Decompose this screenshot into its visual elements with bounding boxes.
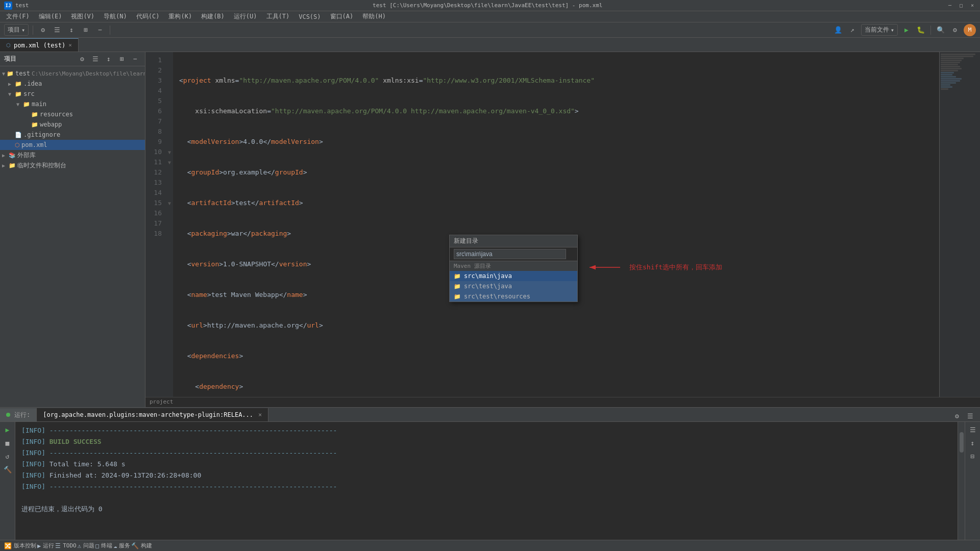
stop-btn[interactable]: ■ xyxy=(2,437,13,448)
panel-close[interactable]: − xyxy=(130,54,141,65)
fold-10[interactable]: ▼ xyxy=(166,147,173,157)
fold-15[interactable]: ▼ xyxy=(166,198,173,208)
menu-file[interactable]: 文件(F) xyxy=(2,11,34,22)
tree-external-libs[interactable]: ▶ 📚 外部库 xyxy=(0,150,145,160)
toolbar-search-btn[interactable]: 🔍 xyxy=(935,24,946,36)
run-status-btn[interactable]: ▶ 运行 xyxy=(37,542,54,549)
close-button[interactable]: × xyxy=(969,2,976,9)
fold-12[interactable] xyxy=(166,167,173,178)
menu-help[interactable]: 帮助(H) xyxy=(358,11,390,22)
bottom-layout-btn[interactable]: ☰ xyxy=(965,410,976,421)
autocomplete-input[interactable] xyxy=(454,249,566,259)
build-btn[interactable]: 🔨 构建 xyxy=(131,542,152,549)
maximize-button[interactable]: □ xyxy=(958,2,965,9)
run-process-tab[interactable]: [org.apache.maven.plugins:maven-archetyp… xyxy=(37,408,268,421)
panel-expand[interactable]: ⊞ xyxy=(116,54,128,65)
run-status-icon: ▶ xyxy=(37,542,41,549)
fold-13[interactable] xyxy=(166,178,173,188)
fold-8[interactable] xyxy=(166,127,173,137)
fold-5[interactable] xyxy=(166,96,173,106)
rerun-btn[interactable]: ↺ xyxy=(2,450,13,462)
toolbar-settings-btn[interactable]: ⚙ xyxy=(37,24,48,36)
fold-18[interactable] xyxy=(166,229,173,239)
tree-idea[interactable]: ▶ 📁 .idea xyxy=(0,79,145,89)
tab-label: pom.xml (test) xyxy=(14,42,65,49)
fold-14[interactable] xyxy=(166,188,173,198)
menu-edit[interactable]: 编辑(E) xyxy=(35,11,66,22)
fold-1[interactable] xyxy=(166,55,173,65)
autocomplete-item-1[interactable]: 📁 src\main\java xyxy=(450,271,577,281)
toolbar-vcs-btn[interactable]: ↗ xyxy=(847,24,858,36)
menu-window[interactable]: 窗口(A) xyxy=(326,11,358,22)
menu-view[interactable]: 视图(V) xyxy=(67,11,99,22)
right-icon-2[interactable]: ↕ xyxy=(967,437,978,448)
fold-3[interactable] xyxy=(166,76,173,86)
autocomplete-item-2[interactable]: 📁 src\test\java xyxy=(450,281,577,291)
editor-content[interactable]: 12345 678910 1112131415 161718 ▼ ▼ xyxy=(145,52,980,397)
code-editor[interactable]: <project xmlns="http://maven.apache.org/… xyxy=(173,52,939,397)
menu-tools[interactable]: 工具(T) xyxy=(262,11,294,22)
console-line-1: [INFO] ---------------------------------… xyxy=(21,425,951,436)
active-tab[interactable]: ⬡ pom.xml (test) × xyxy=(0,38,79,52)
run-config-dropdown[interactable]: 当前文件 ▾ xyxy=(861,24,898,36)
tree-main[interactable]: ▼ 📁 main xyxy=(0,99,145,109)
code-line-3: <modelVersion>4.0.0</modelVersion> xyxy=(179,137,933,147)
minimize-button[interactable]: ─ xyxy=(946,2,953,9)
fold-4[interactable] xyxy=(166,86,173,96)
fold-11[interactable]: ▼ xyxy=(166,157,173,167)
toolbar-btn-minus[interactable]: − xyxy=(94,24,106,36)
menu-build[interactable]: 构建(B) xyxy=(197,11,229,22)
fold-2[interactable] xyxy=(166,65,173,76)
bottom-tabs-right: ⚙ ☰ xyxy=(947,410,980,421)
toolbar-btn-4[interactable]: ⊞ xyxy=(80,24,91,36)
right-icon-1[interactable]: ☰ xyxy=(967,424,978,435)
fold-16[interactable] xyxy=(166,208,173,218)
tree-gitignore[interactable]: 📄 .gitignore xyxy=(0,130,145,140)
tree-scratch[interactable]: ▶ 📁 临时文件和控制台 xyxy=(0,160,145,170)
panel-settings[interactable]: ⚙ xyxy=(77,54,88,65)
console-scrollbar[interactable] xyxy=(958,422,965,540)
vcs-btn[interactable]: 🔀 版本控制 xyxy=(4,542,36,549)
bottom-settings-btn[interactable]: ⚙ xyxy=(951,410,963,421)
folder-icon-3: 📁 xyxy=(454,293,461,300)
toolbar-btn-3[interactable]: ↕ xyxy=(66,24,77,36)
menu-run[interactable]: 运行(U) xyxy=(230,11,261,22)
toolbar-user-btn[interactable]: 👤 xyxy=(832,24,844,36)
debug-button[interactable]: 🐛 xyxy=(915,24,926,36)
panel-layout[interactable]: ☰ xyxy=(90,54,101,65)
menu-vcs[interactable]: VCS(S) xyxy=(295,12,325,21)
pomxml-icon: ⬡ xyxy=(15,142,20,148)
fold-17[interactable] xyxy=(166,218,173,229)
run-btn[interactable]: ▶ xyxy=(2,424,13,435)
tree-resources[interactable]: 📁 resources xyxy=(0,109,145,119)
run-process-close[interactable]: × xyxy=(258,411,262,418)
panel-sort[interactable]: ↕ xyxy=(103,54,114,65)
terminal-btn[interactable]: □ 终端 xyxy=(95,542,112,549)
fold-6[interactable] xyxy=(166,106,173,116)
run-tab-label[interactable]: 运行: xyxy=(0,408,37,421)
tree-pomxml[interactable]: ⬡ pom.xml xyxy=(0,140,145,150)
issues-label: 问题 xyxy=(83,542,94,549)
toolbar-avatar[interactable]: M xyxy=(964,24,976,36)
menu-refactor[interactable]: 重构(K) xyxy=(164,11,196,22)
menu-navigate[interactable]: 导航(N) xyxy=(100,11,131,22)
build-run-btn[interactable]: 🔨 xyxy=(2,464,13,475)
tree-webapp[interactable]: 📁 webapp xyxy=(0,119,145,130)
issues-btn[interactable]: ⚠ 问题 xyxy=(78,542,94,549)
tree-root[interactable]: ▼ 📁 test C:\Users\Moyang\Desktop\file\le… xyxy=(0,68,145,79)
services-btn[interactable]: ☁ 服务 xyxy=(113,542,130,549)
toolbar-settings-btn2[interactable]: ⚙ xyxy=(949,24,961,36)
fold-9[interactable] xyxy=(166,137,173,147)
menu-code[interactable]: 代码(C) xyxy=(132,11,164,22)
project-dropdown[interactable]: 项目 ▾ xyxy=(4,24,29,36)
tab-close-button[interactable]: × xyxy=(68,42,72,48)
right-icon-3[interactable]: ⊟ xyxy=(967,450,978,462)
toolbar-btn-2[interactable]: ☰ xyxy=(52,24,63,36)
tree-src[interactable]: ▼ 📁 src xyxy=(0,89,145,99)
fold-7[interactable] xyxy=(166,116,173,127)
console-line-8: 进程已结束，退出代码为 0 xyxy=(21,504,951,515)
run-button[interactable]: ▶ xyxy=(901,24,912,36)
todo-btn[interactable]: ☰ TODO xyxy=(55,542,77,549)
services-icon: ☁ xyxy=(113,542,117,549)
autocomplete-item-3[interactable]: 📁 src\test\resources xyxy=(450,291,577,302)
